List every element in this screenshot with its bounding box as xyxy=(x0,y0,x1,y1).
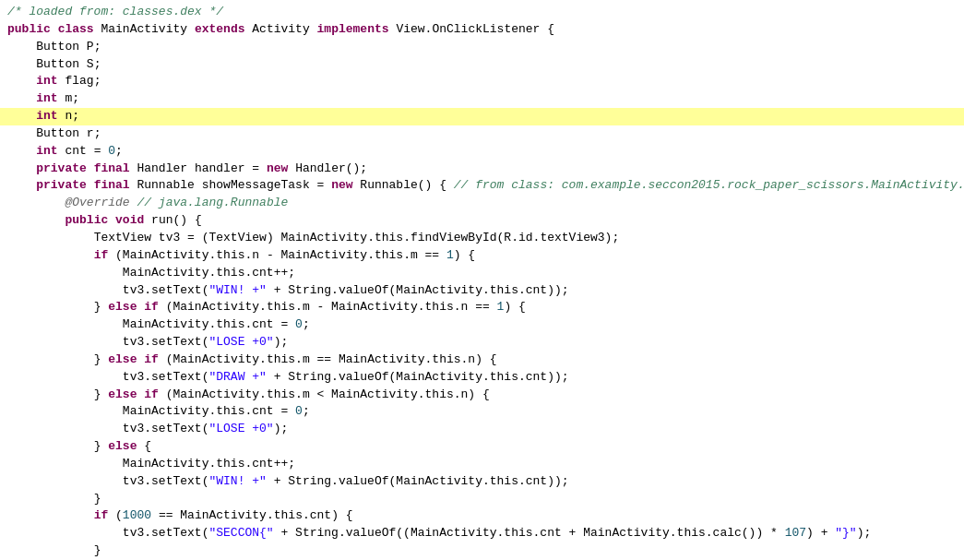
code-line-18: } else if (MainActivity.this.m - MainAct… xyxy=(0,299,964,316)
code-line-27: MainActivity.this.cnt++; xyxy=(0,456,964,473)
code-line-25: tv3.setText("LOSE +0"); xyxy=(0,421,964,438)
code-line-15: if (MainActivity.this.n - MainActivity.t… xyxy=(0,247,964,265)
code-line-17: tv3.setText("WIN! +" + String.valueOf(Ma… xyxy=(0,282,964,300)
code-line-26: } else { xyxy=(0,438,964,456)
code-line-32: } xyxy=(0,542,964,560)
code-line-24: MainActivity.this.cnt = 0; xyxy=(0,403,964,421)
code-line-7: int n; xyxy=(0,108,964,125)
code-line-6: int m; xyxy=(0,90,964,108)
code-line-21: } else if (MainActivity.this.m == MainAc… xyxy=(0,351,964,369)
code-line-13: public void run() { xyxy=(0,212,964,230)
code-line-28: tv3.setText("WIN! +" + String.valueOf(Ma… xyxy=(0,473,964,491)
code-line-20: tv3.setText("LOSE +0"); xyxy=(0,334,964,351)
code-line-22: tv3.setText("DRAW +" + String.valueOf(Ma… xyxy=(0,369,964,387)
code-line-19: MainActivity.this.cnt = 0; xyxy=(0,316,964,334)
code-editor[interactable]: /* loaded from: classes.dex */ public cl… xyxy=(0,0,964,560)
code-line-14: TextView tv3 = (TextView) MainActivity.t… xyxy=(0,230,964,247)
code-line-29: } xyxy=(0,491,964,508)
code-line-5: int flag; xyxy=(0,73,964,90)
code-line-31: tv3.setText("SECCON{" + String.valueOf((… xyxy=(0,525,964,542)
code-line-11: private final Runnable showMessageTask =… xyxy=(0,177,964,195)
code-line-23: } else if (MainActivity.this.m < MainAct… xyxy=(0,387,964,404)
code-line-8: Button r; xyxy=(0,125,964,143)
code-line-1: /* loaded from: classes.dex */ xyxy=(0,4,964,21)
code-line-10: private final Handler handler = new Hand… xyxy=(0,161,964,178)
code-line-30: if (1000 == MainActivity.this.cnt) { xyxy=(0,507,964,525)
code-line-12: @Override // java.lang.Runnable xyxy=(0,195,964,212)
code-line-9: int cnt = 0; xyxy=(0,143,964,161)
code-line-16: MainActivity.this.cnt++; xyxy=(0,265,964,282)
code-line-3: Button P; xyxy=(0,39,964,56)
code-line-4: Button S; xyxy=(0,56,964,74)
code-line-2: public class MainActivity extends Activi… xyxy=(0,21,964,39)
